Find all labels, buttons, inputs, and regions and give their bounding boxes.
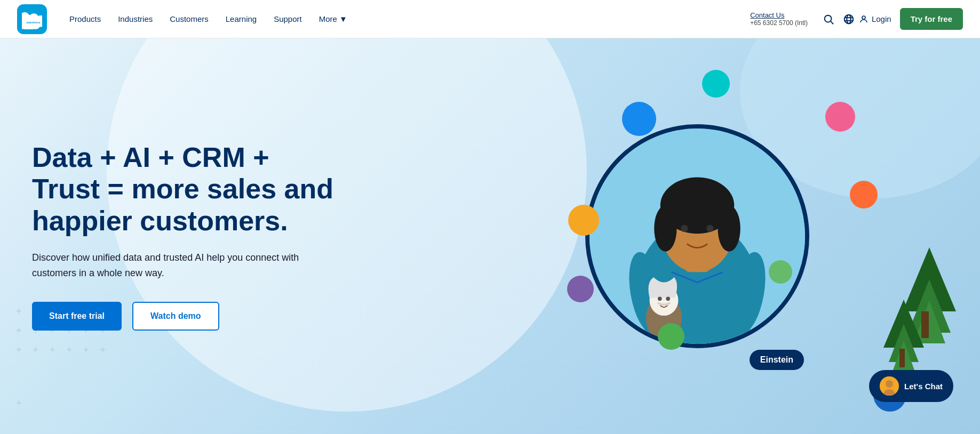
svg-point-16 <box>706 225 713 232</box>
chat-badge[interactable]: Let's Chat <box>869 370 953 402</box>
nav-links: Products Industries Customers Learning S… <box>62 10 739 28</box>
contact-us-link[interactable]: Contact Us <box>750 11 784 19</box>
svg-text:salesforce: salesforce <box>26 20 40 23</box>
svg-point-15 <box>681 225 688 232</box>
svg-point-24 <box>886 380 893 388</box>
dot-purple <box>567 276 594 302</box>
hero-content: Data + AI + CRM + Trust = more sales and… <box>0 110 373 363</box>
login-button[interactable]: Login <box>859 14 891 24</box>
search-button[interactable] <box>823 13 834 25</box>
start-free-trial-button[interactable]: Start free trial <box>32 302 122 331</box>
dot-blue-top <box>622 102 656 136</box>
svg-point-13 <box>654 205 676 252</box>
salesforce-logo[interactable]: salesforce <box>17 4 47 34</box>
hero-section: + + + + + ++ + + + + ++ + + + + + + Data… <box>0 38 980 434</box>
try-free-button[interactable]: Try for free <box>900 8 963 30</box>
dot-green-bottom <box>658 323 684 350</box>
dot-teal <box>702 70 730 98</box>
globe-icon <box>843 13 855 25</box>
dot-orange <box>850 181 878 208</box>
svg-point-7 <box>862 16 865 19</box>
contact-info: Contact Us +65 6302 5700 (Intl) <box>750 11 808 27</box>
svg-point-21 <box>658 297 662 301</box>
svg-point-14 <box>718 205 740 252</box>
navbar: salesforce Products Industries Customers… <box>0 0 980 38</box>
hero-heading: Data + AI + CRM + Trust = more sales and… <box>32 142 341 237</box>
hero-buttons: Start free trial Watch demo <box>32 302 341 331</box>
nav-more[interactable]: More ▼ <box>312 10 355 28</box>
chevron-down-icon: ▼ <box>339 14 347 23</box>
plus-decoration-2: + <box>16 393 26 413</box>
user-icon <box>859 14 869 24</box>
nav-customers[interactable]: Customers <box>162 10 216 28</box>
login-label: Login <box>872 14 891 23</box>
dot-green-right <box>769 260 792 284</box>
chat-avatar <box>880 376 899 396</box>
hero-subtext: Discover how unified data and trusted AI… <box>32 250 309 281</box>
globe-button[interactable] <box>843 13 855 25</box>
contact-phone: +65 6302 5700 (Intl) <box>750 19 808 27</box>
einstein-badge: Einstein <box>750 350 804 370</box>
hero-visual: Einstein Let's Chat <box>412 38 980 434</box>
nav-utility-icons <box>823 13 855 25</box>
svg-point-3 <box>844 14 854 23</box>
watch-demo-button[interactable]: Watch demo <box>132 302 219 331</box>
nav-products[interactable]: Products <box>62 10 108 28</box>
person-portrait <box>585 124 809 348</box>
search-icon <box>823 13 834 25</box>
nav-support[interactable]: Support <box>266 10 309 28</box>
svg-line-2 <box>831 21 833 24</box>
chat-label: Let's Chat <box>904 382 943 391</box>
svg-point-4 <box>847 14 850 23</box>
svg-point-1 <box>825 15 832 22</box>
nav-industries[interactable]: Industries <box>110 10 160 28</box>
dot-pink <box>825 102 855 132</box>
dot-yellow <box>568 205 599 236</box>
svg-point-22 <box>666 297 670 301</box>
einstein-label: Einstein <box>760 355 793 364</box>
nav-learning[interactable]: Learning <box>218 10 264 28</box>
